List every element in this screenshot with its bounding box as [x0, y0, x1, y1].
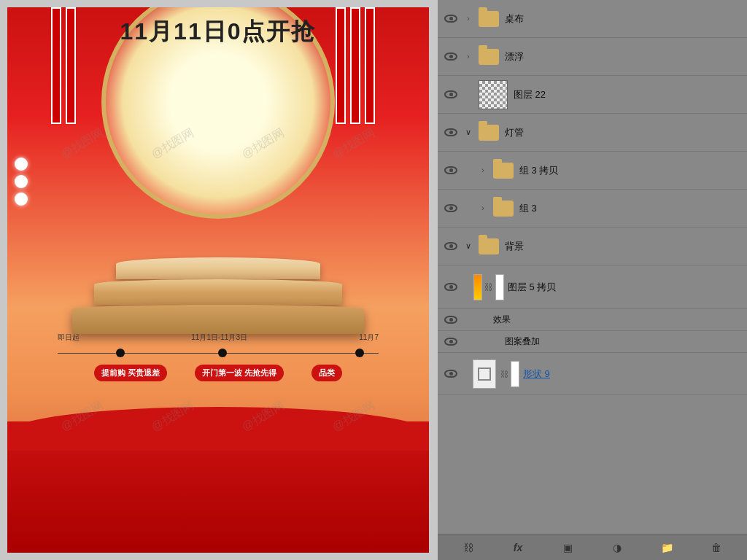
- eye-pupil-float: [449, 55, 453, 58]
- eye-icon-float[interactable]: [441, 47, 461, 67]
- layer-row-group3[interactable]: › 组 3: [438, 190, 747, 228]
- stripe-1: [51, 7, 61, 124]
- timeline-area: 即日起 11月1日-11月3日 11月7 提前购 买贵退差 开门第一波 先抢先得…: [43, 332, 393, 381]
- layer-name-desktop: 桌布: [502, 12, 744, 26]
- podium-top: [116, 257, 320, 279]
- eye-icon-background[interactable]: [441, 236, 461, 257]
- dot-3: [15, 192, 28, 206]
- layers-panel: › 桌布 › 漂浮 图层 2: [438, 0, 747, 560]
- layer-thumbs-shape9: ⛓: [470, 359, 520, 389]
- stripe-2: [66, 7, 76, 124]
- eye-shape-group3copy: [444, 166, 457, 174]
- timeline-badges: 提前购 买贵退差 开门第一波 先抢先得 品类: [43, 365, 393, 381]
- red-cloth: [7, 421, 429, 553]
- expand-desktop[interactable]: ›: [461, 12, 476, 26]
- layer-row-background[interactable]: ∨ 背景: [438, 228, 747, 265]
- eye-shape: [444, 15, 457, 23]
- expand-layer22: [461, 88, 476, 102]
- eye-icon-layer5copy[interactable]: [441, 277, 461, 298]
- eye-pupil-background: [449, 244, 453, 248]
- toolbar-adjust-btn[interactable]: ◑: [608, 539, 626, 556]
- eye-icon-group3[interactable]: [441, 198, 461, 219]
- pattern-label: 图案叠加: [502, 335, 540, 348]
- eye-shape-pattern: [444, 338, 457, 346]
- eye-pupil-group3: [449, 206, 453, 210]
- dot-1: [15, 158, 28, 171]
- layer-row-float[interactable]: › 漂浮: [438, 38, 747, 76]
- layer-thumb-layer22: [479, 80, 508, 109]
- eye-icon-layer22[interactable]: [441, 85, 461, 105]
- layer-row-layer5copy[interactable]: ⛓ 图层 5 拷贝: [438, 265, 747, 309]
- timeline-line: [43, 346, 393, 360]
- eye-shape-background: [444, 242, 457, 250]
- podium-middle: [94, 279, 342, 305]
- timeline-dot-2: [218, 349, 227, 357]
- checker-layer22: [479, 81, 507, 109]
- timeline-dot-3: [355, 349, 364, 357]
- folder-icon-background: [479, 238, 499, 254]
- layer-row-shape9[interactable]: ⛓ 形状 9: [438, 353, 747, 395]
- eye-icon-effects[interactable]: [441, 310, 461, 330]
- trash-icon: 🗑: [711, 542, 721, 553]
- toolbar-folder-btn[interactable]: 📁: [658, 539, 676, 556]
- badge-1: 提前购 买贵退差: [94, 365, 167, 381]
- layer-name-lamp: 灯管: [502, 126, 744, 139]
- cloth-wave: [7, 407, 429, 451]
- badge-2: 开门第一波 先抢先得: [195, 365, 284, 381]
- eye-shape-float: [444, 52, 457, 61]
- timeline-labels: 即日起 11月1日-11月3日 11月7: [43, 332, 393, 343]
- eye-shape-effects: [444, 316, 457, 324]
- toolbar-link-btn[interactable]: ⛓: [460, 539, 477, 556]
- podium-bottom: [72, 305, 364, 334]
- eye-icon-desktop[interactable]: [441, 9, 461, 29]
- toolbar-mask-btn[interactable]: ▣: [559, 539, 576, 556]
- link-icon-toolbar: ⛓: [463, 542, 473, 553]
- layers-toolbar: ⛓ fx ▣ ◑ 📁 🗑: [438, 534, 747, 560]
- fx-icon: fx: [514, 542, 522, 553]
- canvas-area: 11月11日0点开抢 即日起 11月1日-11月3日 11月7: [0, 0, 438, 560]
- eye-pupil-group3copy: [449, 168, 453, 172]
- layers-list: › 桌布 › 漂浮 图层 2: [438, 0, 747, 534]
- expand-group3copy[interactable]: ›: [476, 163, 490, 178]
- layer-name-float: 漂浮: [502, 50, 744, 63]
- folder-icon-toolbar: 📁: [661, 542, 673, 553]
- eye-shape-layer5copy: [444, 283, 457, 291]
- folder-icon-group3: [493, 201, 514, 217]
- expand-background[interactable]: ∨: [461, 239, 476, 254]
- eye-icon-shape9[interactable]: [441, 364, 461, 384]
- eye-icon-group3copy[interactable]: [441, 160, 461, 181]
- eye-pupil-lamp: [449, 131, 453, 134]
- eye-shape-group3: [444, 204, 457, 212]
- link-icon-layer5copy: ⛓: [484, 282, 493, 292]
- layer-name-layer22: 图层 22: [511, 88, 744, 101]
- eye-pupil-effects: [449, 318, 453, 322]
- layer-name-group3: 组 3: [516, 202, 744, 215]
- layer-row-desktop[interactable]: › 桌布: [438, 0, 747, 38]
- effects-label: 效果: [490, 314, 511, 326]
- eye-pupil: [449, 17, 453, 20]
- link-icon-shape9: ⛓: [500, 370, 508, 378]
- layer-row-lamp[interactable]: ∨ 灯管: [438, 114, 747, 152]
- eye-icon-lamp[interactable]: [441, 122, 461, 143]
- layer-row-group3copy[interactable]: › 组 3 拷贝: [438, 152, 747, 190]
- eye-icon-pattern[interactable]: [441, 332, 461, 352]
- toolbar-fx-btn[interactable]: fx: [509, 539, 527, 556]
- layer-row-layer22[interactable]: 图层 22: [438, 76, 747, 114]
- thumb-shape9-rect: [473, 359, 496, 389]
- eye-shape-lamp: [444, 128, 457, 136]
- timeline-label-2: 11月1日-11月3日: [191, 332, 247, 343]
- expand-float[interactable]: ›: [461, 50, 476, 64]
- eye-pupil-shape9: [449, 372, 453, 376]
- stripe-4: [350, 7, 360, 124]
- expand-group3[interactable]: ›: [476, 201, 490, 216]
- layer-name-group3copy: 组 3 拷贝: [516, 164, 744, 177]
- folder-icon-desktop: [479, 11, 499, 27]
- toolbar-trash-btn[interactable]: 🗑: [708, 539, 725, 556]
- dots-left: [15, 153, 28, 210]
- eye-pupil-pattern: [449, 340, 453, 343]
- subrow-pattern: 图案叠加: [438, 331, 747, 353]
- layer-name-layer5copy: 图层 5 拷贝: [505, 281, 744, 294]
- layer-name-shape9: 形状 9: [520, 368, 744, 381]
- stripe-3: [336, 7, 346, 124]
- expand-lamp[interactable]: ∨: [461, 125, 476, 140]
